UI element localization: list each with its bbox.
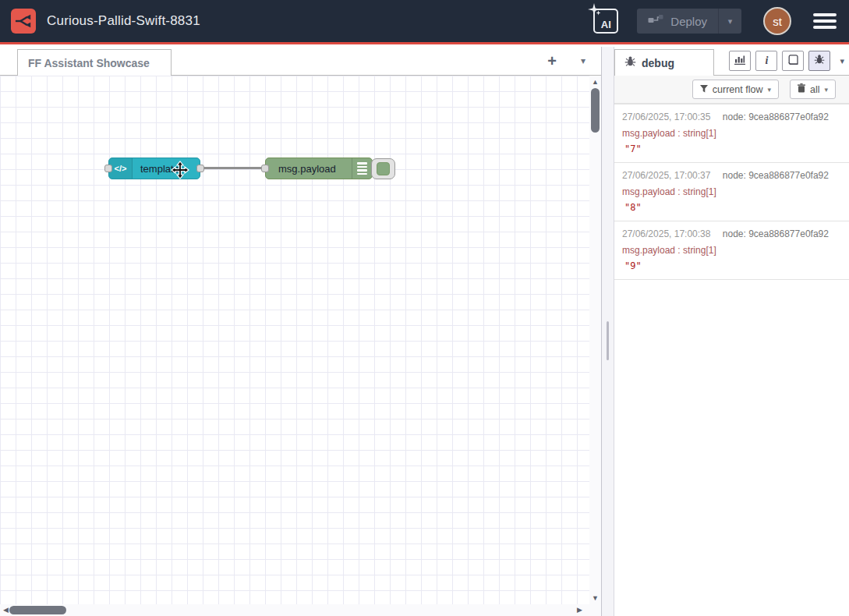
debug-node[interactable]: msg.payload — [265, 158, 373, 179]
trash-icon — [798, 83, 805, 95]
flow-canvas[interactable]: </> template msg.payload — [0, 76, 589, 604]
deploy-button[interactable]: Deploy ▾ — [637, 9, 741, 34]
sidebar: debug i — [614, 47, 849, 616]
scroll-left-arrow[interactable]: ◀ — [3, 605, 9, 615]
message-node-id: node: 9cea886877e0fa92 — [723, 170, 829, 181]
flow-tab[interactable]: FF Assistant Showcase — [17, 49, 172, 76]
chevron-down-icon: ▾ — [840, 56, 844, 65]
flow-tab-label: FF Assistant Showcase — [28, 57, 150, 69]
flowfuse-logo-icon[interactable] — [11, 9, 36, 34]
separator-drag-handle[interactable] — [607, 321, 609, 360]
info-icon: i — [766, 55, 769, 67]
hamburger-menu-button[interactable] — [812, 10, 838, 32]
add-flow-button[interactable]: + — [542, 51, 562, 71]
debug-toggle-indicator — [377, 162, 390, 175]
hamburger-bar — [813, 13, 837, 16]
info-button[interactable]: i — [755, 51, 777, 71]
node-port-input[interactable] — [261, 165, 269, 172]
node-port-input[interactable] — [104, 165, 112, 172]
dashboard-chart-button[interactable] — [729, 51, 751, 71]
canvas-vertical-scrollbar[interactable]: ▲ ▼ — [589, 76, 601, 604]
message-property: msg.payload : string[1] — [622, 245, 841, 256]
message-node-id: node: 9cea886877e0fa92 — [723, 112, 829, 122]
hamburger-bar — [813, 19, 837, 23]
chevron-down-icon: ▾ — [824, 86, 828, 94]
deploy-icon — [648, 14, 663, 29]
debug-toolbar: current flow ▾ all ▾ — [614, 76, 849, 104]
message-property: msg.payload : string[1] — [622, 128, 841, 139]
book-icon — [787, 54, 798, 68]
debug-clear-button[interactable]: all ▾ — [790, 80, 836, 99]
help-button[interactable] — [782, 51, 804, 71]
debug-message[interactable]: 27/06/2025, 17:00:35 node: 9cea886877e0f… — [614, 104, 849, 163]
filter-funnel-icon — [700, 84, 708, 95]
deploy-label: Deploy — [670, 15, 707, 28]
sparkle-icon — [588, 3, 600, 18]
debug-console-icon — [352, 158, 372, 179]
chevron-down-icon: ▾ — [767, 86, 771, 94]
chevron-down-icon: ▾ — [581, 55, 585, 66]
sidebar-options-caret[interactable]: ▾ — [840, 56, 844, 66]
scroll-down-arrow[interactable]: ▼ — [589, 594, 601, 602]
message-timestamp: 27/06/2025, 17:00:35 — [622, 112, 710, 122]
message-timestamp: 27/06/2025, 17:00:38 — [622, 228, 710, 239]
wire[interactable] — [200, 167, 266, 169]
bug-icon — [814, 54, 825, 68]
sidebar-tab-label: debug — [642, 57, 674, 69]
node-port-output[interactable] — [196, 165, 204, 172]
chevron-down-icon: ▾ — [728, 16, 733, 27]
scroll-up-arrow[interactable]: ▲ — [589, 78, 601, 86]
message-value: "7" — [622, 143, 841, 154]
ai-label: AI — [601, 19, 611, 30]
vertical-scroll-thumb[interactable] — [591, 88, 600, 133]
message-node-id: node: 9cea886877e0fa92 — [723, 228, 829, 239]
move-cursor-icon — [171, 161, 189, 182]
debug-message[interactable]: 27/06/2025, 17:00:37 node: 9cea886877e0f… — [614, 163, 849, 221]
debug-filter-button[interactable]: current flow ▾ — [692, 80, 779, 99]
plus-icon: + — [547, 52, 557, 70]
user-avatar[interactable]: st — [763, 7, 791, 35]
debug-enable-toggle[interactable] — [371, 158, 395, 179]
sidebar-separator[interactable] — [601, 47, 614, 616]
deploy-options-caret[interactable]: ▾ — [718, 9, 741, 34]
horizontal-scroll-thumb[interactable] — [9, 606, 66, 614]
debug-sidebar-button[interactable] — [808, 51, 830, 71]
bug-icon — [624, 55, 636, 70]
scroll-right-arrow[interactable]: ▶ — [577, 605, 582, 615]
message-timestamp: 27/06/2025, 17:00:37 — [622, 170, 710, 181]
sidebar-tabbar: debug i — [614, 47, 849, 76]
tab-debug[interactable]: debug — [614, 49, 714, 76]
node-label: msg.payload — [278, 163, 352, 175]
clear-scope-label: all — [810, 84, 820, 95]
node-red-editor: Curious-Pallid-Swift-8831 AI — [0, 0, 849, 616]
page-title: Curious-Pallid-Swift-8831 — [47, 13, 200, 29]
ai-assistant-button[interactable]: AI — [593, 9, 618, 34]
header: Curious-Pallid-Swift-8831 AI — [0, 0, 849, 44]
debug-message-list: 27/06/2025, 17:00:35 node: 9cea886877e0f… — [614, 104, 849, 280]
code-icon: </> — [109, 158, 133, 179]
message-value: "8" — [622, 202, 841, 213]
canvas-horizontal-scrollbar[interactable]: ◀ ▶ — [0, 604, 601, 616]
bar-chart-icon — [734, 54, 745, 68]
hamburger-bar — [813, 26, 837, 29]
flow-list-caret-button[interactable]: ▾ — [573, 51, 593, 71]
workspace-tabbar: FF Assistant Showcase + ▾ — [0, 47, 601, 76]
debug-message[interactable]: 27/06/2025, 17:00:38 node: 9cea886877e0f… — [614, 221, 849, 280]
avatar-initials: st — [773, 15, 782, 28]
message-value: "9" — [622, 260, 841, 271]
filter-label: current flow — [713, 84, 763, 95]
message-property: msg.payload : string[1] — [622, 186, 841, 197]
